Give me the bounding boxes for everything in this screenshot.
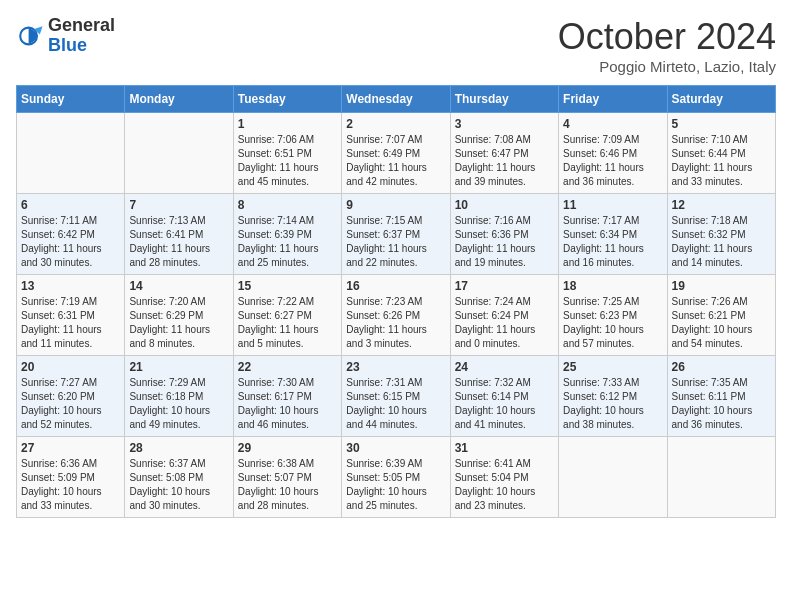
calendar-week-row: 20Sunrise: 7:27 AMSunset: 6:20 PMDayligh… <box>17 356 776 437</box>
day-number: 1 <box>238 117 337 131</box>
day-info: Sunrise: 6:39 AMSunset: 5:05 PMDaylight:… <box>346 457 445 513</box>
day-info: Sunrise: 7:27 AMSunset: 6:20 PMDaylight:… <box>21 376 120 432</box>
calendar-cell: 31Sunrise: 6:41 AMSunset: 5:04 PMDayligh… <box>450 437 558 518</box>
calendar-cell: 16Sunrise: 7:23 AMSunset: 6:26 PMDayligh… <box>342 275 450 356</box>
day-number: 22 <box>238 360 337 374</box>
day-number: 30 <box>346 441 445 455</box>
day-info: Sunrise: 7:06 AMSunset: 6:51 PMDaylight:… <box>238 133 337 189</box>
day-number: 7 <box>129 198 228 212</box>
day-number: 15 <box>238 279 337 293</box>
day-info: Sunrise: 7:19 AMSunset: 6:31 PMDaylight:… <box>21 295 120 351</box>
day-info: Sunrise: 6:36 AMSunset: 5:09 PMDaylight:… <box>21 457 120 513</box>
calendar-cell <box>667 437 775 518</box>
calendar-cell: 2Sunrise: 7:07 AMSunset: 6:49 PMDaylight… <box>342 113 450 194</box>
logo: General Blue <box>16 16 115 56</box>
calendar-cell: 18Sunrise: 7:25 AMSunset: 6:23 PMDayligh… <box>559 275 667 356</box>
day-info: Sunrise: 7:31 AMSunset: 6:15 PMDaylight:… <box>346 376 445 432</box>
calendar-cell: 3Sunrise: 7:08 AMSunset: 6:47 PMDaylight… <box>450 113 558 194</box>
calendar-cell: 14Sunrise: 7:20 AMSunset: 6:29 PMDayligh… <box>125 275 233 356</box>
day-info: Sunrise: 7:14 AMSunset: 6:39 PMDaylight:… <box>238 214 337 270</box>
calendar-cell: 5Sunrise: 7:10 AMSunset: 6:44 PMDaylight… <box>667 113 775 194</box>
calendar-cell: 15Sunrise: 7:22 AMSunset: 6:27 PMDayligh… <box>233 275 341 356</box>
day-number: 26 <box>672 360 771 374</box>
day-number: 6 <box>21 198 120 212</box>
logo-icon <box>16 22 44 50</box>
calendar-cell <box>17 113 125 194</box>
day-number: 3 <box>455 117 554 131</box>
page-header: General Blue October 2024 Poggio Mirteto… <box>16 16 776 75</box>
day-number: 17 <box>455 279 554 293</box>
day-info: Sunrise: 7:11 AMSunset: 6:42 PMDaylight:… <box>21 214 120 270</box>
day-number: 12 <box>672 198 771 212</box>
logo-general: General <box>48 15 115 35</box>
calendar-cell: 13Sunrise: 7:19 AMSunset: 6:31 PMDayligh… <box>17 275 125 356</box>
day-number: 24 <box>455 360 554 374</box>
day-info: Sunrise: 7:32 AMSunset: 6:14 PMDaylight:… <box>455 376 554 432</box>
calendar-week-row: 6Sunrise: 7:11 AMSunset: 6:42 PMDaylight… <box>17 194 776 275</box>
day-number: 27 <box>21 441 120 455</box>
calendar-cell: 20Sunrise: 7:27 AMSunset: 6:20 PMDayligh… <box>17 356 125 437</box>
day-number: 9 <box>346 198 445 212</box>
day-info: Sunrise: 7:29 AMSunset: 6:18 PMDaylight:… <box>129 376 228 432</box>
day-number: 31 <box>455 441 554 455</box>
calendar-cell: 9Sunrise: 7:15 AMSunset: 6:37 PMDaylight… <box>342 194 450 275</box>
calendar-week-row: 27Sunrise: 6:36 AMSunset: 5:09 PMDayligh… <box>17 437 776 518</box>
calendar-cell: 8Sunrise: 7:14 AMSunset: 6:39 PMDaylight… <box>233 194 341 275</box>
calendar-cell: 19Sunrise: 7:26 AMSunset: 6:21 PMDayligh… <box>667 275 775 356</box>
weekday-header: Friday <box>559 86 667 113</box>
calendar-cell: 4Sunrise: 7:09 AMSunset: 6:46 PMDaylight… <box>559 113 667 194</box>
calendar-cell: 21Sunrise: 7:29 AMSunset: 6:18 PMDayligh… <box>125 356 233 437</box>
day-number: 4 <box>563 117 662 131</box>
day-info: Sunrise: 6:37 AMSunset: 5:08 PMDaylight:… <box>129 457 228 513</box>
day-info: Sunrise: 7:22 AMSunset: 6:27 PMDaylight:… <box>238 295 337 351</box>
day-info: Sunrise: 7:09 AMSunset: 6:46 PMDaylight:… <box>563 133 662 189</box>
weekday-header: Thursday <box>450 86 558 113</box>
day-number: 28 <box>129 441 228 455</box>
weekday-header: Wednesday <box>342 86 450 113</box>
day-info: Sunrise: 7:15 AMSunset: 6:37 PMDaylight:… <box>346 214 445 270</box>
day-number: 19 <box>672 279 771 293</box>
day-number: 10 <box>455 198 554 212</box>
calendar-cell: 29Sunrise: 6:38 AMSunset: 5:07 PMDayligh… <box>233 437 341 518</box>
weekday-header: Saturday <box>667 86 775 113</box>
day-info: Sunrise: 7:16 AMSunset: 6:36 PMDaylight:… <box>455 214 554 270</box>
day-number: 16 <box>346 279 445 293</box>
day-number: 25 <box>563 360 662 374</box>
day-info: Sunrise: 7:33 AMSunset: 6:12 PMDaylight:… <box>563 376 662 432</box>
calendar-cell: 22Sunrise: 7:30 AMSunset: 6:17 PMDayligh… <box>233 356 341 437</box>
calendar-cell: 11Sunrise: 7:17 AMSunset: 6:34 PMDayligh… <box>559 194 667 275</box>
day-number: 18 <box>563 279 662 293</box>
weekday-header: Tuesday <box>233 86 341 113</box>
day-info: Sunrise: 7:13 AMSunset: 6:41 PMDaylight:… <box>129 214 228 270</box>
calendar-cell: 28Sunrise: 6:37 AMSunset: 5:08 PMDayligh… <box>125 437 233 518</box>
logo-text: General Blue <box>48 16 115 56</box>
day-info: Sunrise: 7:17 AMSunset: 6:34 PMDaylight:… <box>563 214 662 270</box>
calendar-cell: 1Sunrise: 7:06 AMSunset: 6:51 PMDaylight… <box>233 113 341 194</box>
calendar-cell: 17Sunrise: 7:24 AMSunset: 6:24 PMDayligh… <box>450 275 558 356</box>
title-block: October 2024 Poggio Mirteto, Lazio, Ital… <box>558 16 776 75</box>
day-info: Sunrise: 7:07 AMSunset: 6:49 PMDaylight:… <box>346 133 445 189</box>
calendar-cell: 23Sunrise: 7:31 AMSunset: 6:15 PMDayligh… <box>342 356 450 437</box>
calendar-cell: 27Sunrise: 6:36 AMSunset: 5:09 PMDayligh… <box>17 437 125 518</box>
day-info: Sunrise: 6:41 AMSunset: 5:04 PMDaylight:… <box>455 457 554 513</box>
day-number: 21 <box>129 360 228 374</box>
weekday-header: Sunday <box>17 86 125 113</box>
day-info: Sunrise: 7:24 AMSunset: 6:24 PMDaylight:… <box>455 295 554 351</box>
day-info: Sunrise: 7:23 AMSunset: 6:26 PMDaylight:… <box>346 295 445 351</box>
logo-blue: Blue <box>48 35 87 55</box>
calendar-cell: 12Sunrise: 7:18 AMSunset: 6:32 PMDayligh… <box>667 194 775 275</box>
day-info: Sunrise: 7:26 AMSunset: 6:21 PMDaylight:… <box>672 295 771 351</box>
day-number: 8 <box>238 198 337 212</box>
location-subtitle: Poggio Mirteto, Lazio, Italy <box>558 58 776 75</box>
day-info: Sunrise: 7:30 AMSunset: 6:17 PMDaylight:… <box>238 376 337 432</box>
calendar-cell: 24Sunrise: 7:32 AMSunset: 6:14 PMDayligh… <box>450 356 558 437</box>
calendar-cell: 10Sunrise: 7:16 AMSunset: 6:36 PMDayligh… <box>450 194 558 275</box>
calendar-cell: 6Sunrise: 7:11 AMSunset: 6:42 PMDaylight… <box>17 194 125 275</box>
day-number: 14 <box>129 279 228 293</box>
day-info: Sunrise: 7:10 AMSunset: 6:44 PMDaylight:… <box>672 133 771 189</box>
day-info: Sunrise: 7:08 AMSunset: 6:47 PMDaylight:… <box>455 133 554 189</box>
month-title: October 2024 <box>558 16 776 58</box>
calendar-cell <box>559 437 667 518</box>
day-number: 11 <box>563 198 662 212</box>
day-info: Sunrise: 7:18 AMSunset: 6:32 PMDaylight:… <box>672 214 771 270</box>
